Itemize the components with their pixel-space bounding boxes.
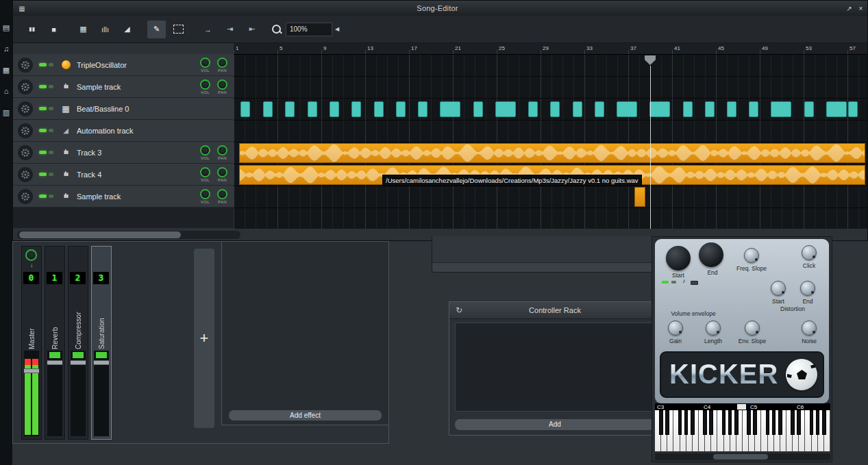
select-mode-button[interactable]	[169, 21, 188, 38]
beat-pattern-block[interactable]	[649, 101, 670, 117]
beat-pattern-block[interactable]	[550, 101, 560, 117]
black-key[interactable]	[703, 410, 707, 435]
maximize-icon[interactable]: ↗	[844, 5, 854, 12]
pause-button[interactable]: ▮▮	[23, 21, 41, 38]
add-channel-button[interactable]: +	[194, 249, 214, 428]
volume-knob[interactable]	[200, 79, 210, 90]
note-icon[interactable]: ♪	[682, 277, 686, 284]
track-name[interactable]: Automation track	[77, 127, 234, 135]
click-knob[interactable]	[802, 245, 817, 260]
channel-name-label[interactable]: Reverb	[45, 289, 64, 349]
end-distortion-knob[interactable]	[800, 281, 815, 296]
beat-pattern-block[interactable]	[804, 101, 814, 117]
sample-segment[interactable]	[634, 187, 645, 207]
led-on-icon[interactable]	[662, 281, 669, 284]
volume-knob[interactable]	[200, 189, 210, 199]
beat-pattern-block[interactable]	[705, 101, 715, 117]
start-distortion-knob[interactable]	[771, 281, 786, 296]
track-name[interactable]: Track 4	[77, 171, 197, 179]
content-row[interactable]	[234, 55, 867, 77]
beat-pattern-block[interactable]	[240, 101, 250, 117]
beat-pattern-block[interactable]	[418, 101, 427, 117]
beat-pattern-block[interactable]	[683, 101, 693, 117]
mute-led-icon[interactable]	[39, 63, 47, 66]
track-name[interactable]: Sample track	[77, 192, 197, 201]
freq-slope-knob[interactable]	[744, 248, 759, 263]
samples-icon[interactable]: ▦	[1, 63, 12, 77]
noise-knob[interactable]	[802, 321, 817, 336]
mixer-channel-saturation[interactable]: 3Saturation	[91, 246, 112, 440]
beat-pattern-block[interactable]	[771, 101, 791, 117]
sample-segment[interactable]	[239, 143, 865, 163]
black-key[interactable]	[747, 410, 751, 435]
beat-pattern-block[interactable]	[595, 101, 604, 117]
end-freq-knob[interactable]	[699, 242, 723, 267]
black-key[interactable]	[797, 410, 801, 435]
beat-pattern-block[interactable]	[263, 101, 273, 117]
track-name[interactable]: Track 3	[77, 149, 197, 157]
track-gear-button[interactable]	[18, 145, 33, 160]
horizontal-scrollbar[interactable]	[17, 231, 240, 239]
beat-pattern-block[interactable]	[374, 101, 384, 117]
start-freq-knob[interactable]	[666, 246, 691, 271]
window-menu-icon[interactable]: ▦	[13, 5, 31, 12]
black-key[interactable]	[709, 410, 713, 435]
draw-mode-button[interactable]: ✎	[147, 21, 166, 38]
mixer-channel-reverb[interactable]: 1Reverb	[45, 246, 65, 440]
pan-knob[interactable]	[217, 167, 227, 177]
mixer-channel-master[interactable]: ↓0Master	[21, 246, 42, 440]
length-knob[interactable]	[706, 321, 721, 336]
solo-led-icon[interactable]	[49, 107, 53, 110]
track-gear-button[interactable]	[18, 167, 33, 182]
mute-led-icon[interactable]	[39, 194, 47, 198]
black-key[interactable]	[753, 410, 757, 435]
beat-pattern-block[interactable]	[848, 101, 858, 117]
pan-knob[interactable]	[217, 189, 227, 199]
beat-pattern-block[interactable]	[351, 101, 361, 117]
beat-pattern-block[interactable]	[826, 101, 847, 117]
solo-led-icon[interactable]	[49, 129, 53, 132]
led-off-icon[interactable]	[671, 281, 676, 284]
solo-led-icon[interactable]	[49, 173, 53, 176]
goto-next-button[interactable]: →	[199, 21, 217, 38]
keyboard-scrollbar[interactable]	[655, 453, 830, 460]
solo-led-icon[interactable]	[49, 151, 53, 154]
beat-pattern-block[interactable]	[473, 101, 483, 117]
stop-button[interactable]: ■	[45, 21, 63, 38]
pan-knob[interactable]	[217, 79, 227, 90]
beat-pattern-block[interactable]	[308, 101, 317, 117]
volume-knob[interactable]	[200, 58, 210, 68]
black-key[interactable]	[665, 410, 669, 435]
black-key[interactable]	[772, 410, 776, 435]
beat-pattern-block[interactable]	[285, 101, 295, 117]
song-editor-titlebar[interactable]: ▦ Song-Editor ↗ ×	[13, 1, 867, 16]
gain-knob[interactable]	[668, 321, 683, 336]
beat-pattern-block[interactable]	[440, 101, 460, 117]
mute-led-icon[interactable]	[39, 85, 47, 88]
beat-pattern-block[interactable]	[727, 101, 736, 117]
track-name[interactable]: Sample track	[77, 83, 197, 91]
fader-handle[interactable]	[24, 368, 39, 373]
track-name[interactable]: Beat/Bassline 0	[77, 105, 234, 113]
channel-name-label[interactable]: Master	[22, 289, 41, 349]
track-name[interactable]: TripleOscillator	[77, 61, 197, 69]
home-icon[interactable]: ⌂	[1, 84, 12, 98]
projects-icon[interactable]: ♫	[1, 42, 12, 55]
volume-knob[interactable]	[200, 145, 210, 155]
keyboard-scrollbar-handle[interactable]	[713, 454, 768, 460]
goto-end-button[interactable]: ⇥	[221, 21, 239, 38]
track-gear-button[interactable]	[18, 58, 33, 73]
timeline-ruler[interactable]: 159131721252933374145495357	[234, 43, 867, 55]
close-icon[interactable]: ×	[856, 5, 866, 12]
black-key[interactable]	[678, 410, 682, 435]
fader-handle[interactable]	[71, 360, 86, 365]
content-row[interactable]	[234, 99, 867, 121]
black-key[interactable]	[810, 410, 814, 435]
goto-start-button[interactable]: ⇤	[243, 21, 261, 38]
beat-pattern-block[interactable]	[617, 101, 637, 117]
mixer-channel-compressor[interactable]: 2Compressor	[68, 246, 88, 440]
black-key[interactable]	[734, 410, 739, 435]
computer-icon[interactable]: ▥	[1, 105, 12, 119]
black-key[interactable]	[816, 410, 820, 435]
fader-handle[interactable]	[94, 360, 109, 365]
